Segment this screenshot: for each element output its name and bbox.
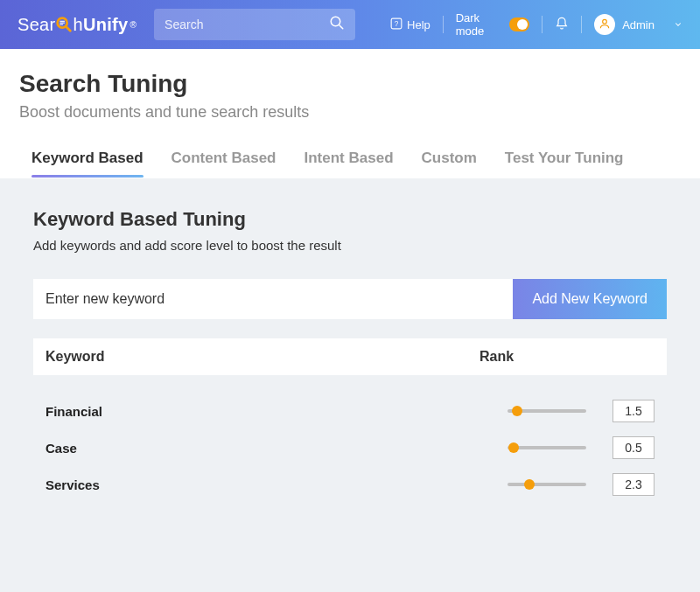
help-label: Help [407, 18, 430, 31]
darkmode-label: Dark mode [456, 11, 502, 38]
keyword-cell: Financial [46, 404, 508, 419]
divider [443, 16, 444, 33]
logo-text-prefix: Sear [18, 15, 55, 35]
table-row: Services2.3 [33, 466, 667, 503]
keyword-cell: Case [46, 441, 508, 456]
keyword-cell: Services [46, 477, 508, 492]
registered-icon: ® [130, 20, 136, 30]
avatar [594, 14, 615, 35]
search-icon [329, 15, 345, 34]
tuning-section: Keyword Based Tuning Add keywords and ad… [0, 178, 700, 592]
rank-slider[interactable] [508, 446, 586, 449]
darkmode-toggle[interactable] [509, 17, 529, 31]
column-keyword: Keyword [46, 349, 480, 365]
app-header: Sear h Unify ® [0, 0, 700, 49]
svg-line-6 [340, 25, 343, 29]
rank-value[interactable]: 0.5 [612, 436, 654, 459]
chevron-down-icon [674, 18, 682, 31]
logo: Sear h Unify ® [18, 15, 136, 35]
tab-test-your-tuning[interactable]: Test Your Tuning [505, 143, 624, 178]
tab-keyword-based[interactable]: Keyword Based [32, 143, 144, 178]
global-search[interactable] [154, 9, 355, 40]
section-description: Add keywords and add score level to boos… [33, 238, 667, 253]
search-input[interactable] [164, 17, 320, 31]
divider [581, 16, 582, 33]
logo-text-mid: h [73, 15, 82, 35]
add-keyword-button[interactable]: Add New Keyword [513, 279, 667, 319]
tab-intent-based[interactable]: Intent Based [304, 143, 394, 178]
rank-value[interactable]: 2.3 [612, 473, 654, 496]
rank-value[interactable]: 1.5 [612, 400, 654, 422]
section-title: Keyword Based Tuning [33, 208, 667, 231]
page-content: Search Tuning Boost documents and tune s… [0, 49, 700, 178]
svg-point-5 [331, 17, 340, 26]
rank-slider[interactable] [508, 483, 586, 486]
page-subtitle: Boost documents and tune search results [19, 103, 681, 122]
page-title: Search Tuning [19, 70, 681, 98]
tab-content-based[interactable]: Content Based [172, 143, 276, 178]
table-row: Case0.5 [33, 429, 667, 466]
help-link[interactable]: ? Help [390, 17, 430, 32]
logo-text-brand: Unify [83, 15, 129, 35]
column-rank: Rank [480, 349, 654, 365]
svg-line-1 [66, 27, 71, 31]
table-header: Keyword Rank [33, 338, 667, 375]
bell-icon[interactable] [555, 17, 569, 33]
svg-text:?: ? [395, 19, 399, 27]
user-icon [598, 17, 611, 32]
user-menu[interactable]: Admin [594, 14, 682, 35]
magnifier-icon [54, 15, 74, 34]
table-row: Financial1.5 [33, 393, 667, 429]
svg-point-9 [603, 19, 607, 24]
rank-slider[interactable] [508, 409, 586, 413]
help-icon: ? [390, 17, 402, 32]
user-label: Admin [622, 18, 654, 31]
tab-custom[interactable]: Custom [422, 143, 477, 178]
divider [542, 16, 542, 33]
tabs: Keyword Based Content Based Intent Based… [19, 143, 681, 178]
add-keyword-row: Add New Keyword [33, 279, 667, 319]
darkmode-toggle-group: Dark mode [456, 11, 530, 38]
keyword-input[interactable] [33, 279, 513, 319]
header-actions: ? Help Dark mode [390, 11, 682, 38]
